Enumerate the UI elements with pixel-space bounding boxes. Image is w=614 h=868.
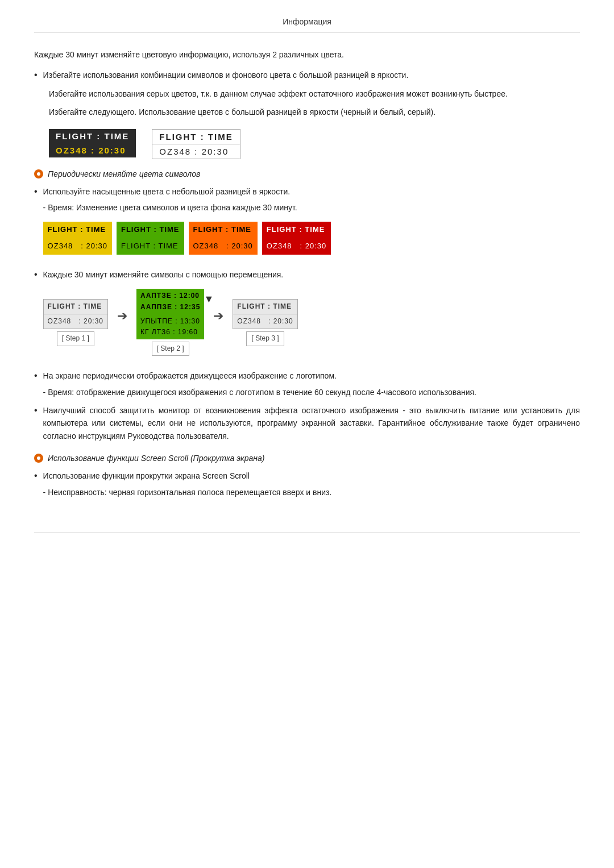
step3-box: FLIGHT : TIME OZ348 : 20:30 [ Step 3 ]: [233, 299, 297, 346]
flight-row-4-colors: FLIGHT : TIME OZ348 : 20:30 FLIGHT : TIM…: [43, 222, 580, 255]
bullet-item-4: • На экране периодически отображается дв…: [34, 369, 580, 398]
flight-box-yellow: FLIGHT : TIME OZ348 : 20:30: [43, 222, 112, 255]
flight-box-light-row2: OZ348 : 20:30: [152, 144, 240, 159]
bullet-dot-4: •: [34, 371, 38, 381]
flight-box-red: FLIGHT : TIME OZ348 : 20:30: [262, 222, 331, 255]
indent-para-1: Избегайте использования серых цветов, т.…: [49, 88, 580, 100]
step1-row2: OZ348 : 20:30: [43, 314, 108, 329]
section2-heading-text: Использование функции Screen Scroll (Про…: [48, 454, 264, 463]
bullet4-text: На экране периодически отображается движ…: [43, 371, 337, 380]
indent-para-2: Избегайте следующего. Использование цвет…: [49, 106, 580, 118]
page-header: Информация: [34, 17, 580, 32]
bullet-content-6: Использование функции прокрутки экрана S…: [43, 470, 580, 499]
flight-yellow-row1: FLIGHT : TIME: [43, 222, 112, 238]
flight-box-dark-row2: OZ348 : 20:30: [49, 143, 136, 157]
flight-orange-row1: FLIGHT : TIME: [189, 222, 258, 238]
bullet-item-6: • Использование функции прокрутки экрана…: [34, 470, 580, 499]
arrow-right-icon-2: ➔: [213, 306, 223, 326]
bullet-dot-2: •: [34, 186, 38, 197]
arrow-right-icon-1: ➔: [117, 306, 127, 326]
flight-box-light-row1: FLIGHT : TIME: [152, 129, 240, 144]
flight-box-green: FLIGHT : TIME FLIGHT : TIME: [117, 222, 184, 255]
flight-box-light-inner: FLIGHT : TIME OZ348 : 20:30: [152, 129, 240, 159]
step1-flight-inner: FLIGHT : TIME OZ348 : 20:30: [43, 299, 108, 329]
flight-demo-bad: FLIGHT : TIME OZ348 : 20:30 FLIGHT : TIM…: [49, 129, 580, 159]
section1-heading-text: Периодически меняйте цвета символов: [48, 169, 200, 178]
step1-row1: FLIGHT : TIME: [43, 299, 108, 314]
flight-green-row1: FLIGHT : TIME: [117, 222, 184, 238]
bullet-content-1: Избегайте использования комбинации симво…: [43, 69, 580, 81]
step2-flight-box: ААПТЗЕ : 12:00ААППЗЕ : 12:35 ▼ УПЫТПЕ : …: [136, 289, 204, 339]
bullet1-text: Избегайте использования комбинации симво…: [43, 70, 409, 80]
step3-row2: OZ348 : 20:30: [233, 314, 297, 329]
bullet-content-3: Каждые 30 минут изменяйте символы с помо…: [43, 268, 580, 364]
indent-block-1: Избегайте использования серых цветов, т.…: [49, 88, 580, 159]
dash3-text: - Неисправность: черная горизонтальная п…: [43, 488, 332, 497]
page: Информация Каждые 30 минут изменяйте цве…: [0, 0, 614, 567]
bullet-dot-6: •: [34, 471, 38, 481]
bullet3-text: Каждые 30 минут изменяйте символы с помо…: [43, 270, 284, 279]
dash1-block: - Время: Изменение цвета символов и цвет…: [43, 201, 580, 214]
step2-box: ААПТЗЕ : 12:00ААППЗЕ : 12:35 ▼ УПЫТПЕ : …: [136, 289, 204, 356]
orange-circle-icon-2: [34, 454, 43, 463]
steps-demo: FLIGHT : TIME OZ348 : 20:30 [ Step 1 ] ➔…: [43, 289, 580, 356]
dash2-block: - Время: отображение движущегося изображ…: [43, 386, 580, 398]
step2-row1: ААПТЗЕ : 12:00ААППЗЕ : 12:35 ▼: [136, 289, 204, 314]
step1-label: [ Step 1 ]: [57, 331, 94, 346]
paragraph-1: Каждые 30 минут изменяйте цветовую инфор…: [34, 48, 580, 61]
down-arrow-icon: ▼: [204, 291, 214, 308]
dash2-text: - Время: отображение движущегося изображ…: [43, 388, 476, 397]
bullet-content-2: Используйте насыщенные цвета с небольшой…: [43, 185, 580, 263]
step3-row1: FLIGHT : TIME: [233, 299, 297, 314]
para1-text: Каждые 30 минут изменяйте цветовую инфор…: [34, 50, 344, 59]
step2-label: [ Step 2 ]: [152, 342, 189, 356]
bullet-content-5: Наилучший способ защитить монитор от воз…: [43, 404, 580, 442]
step2-row2: УПЫТПЕ : 13:30КГ ЛТЗ6 : 19:60: [136, 314, 204, 339]
bullet-item-1: • Избегайте использования комбинации сим…: [34, 69, 580, 81]
flight-green-row2: FLIGHT : TIME: [117, 238, 184, 255]
section-heading-2: Использование функции Screen Scroll (Про…: [34, 454, 580, 463]
flight-box-orange: FLIGHT : TIME OZ348 : 20:30: [189, 222, 258, 255]
header-title: Информация: [283, 17, 331, 26]
footer-divider: [34, 533, 580, 533]
orange-circle-icon: [34, 169, 43, 178]
dash3-block: - Неисправность: черная горизонтальная п…: [43, 486, 580, 499]
step3-flight-inner: FLIGHT : TIME OZ348 : 20:30: [233, 299, 297, 329]
bullet-dot-1: •: [34, 70, 38, 80]
step2-flight-wrapper: ААПТЗЕ : 12:00ААППЗЕ : 12:35 ▼ УПЫТПЕ : …: [136, 289, 204, 339]
bullet-dot-3: •: [34, 269, 38, 280]
bullet-dot-5: •: [34, 405, 38, 416]
bullet6-text: Использование функции прокрутки экрана S…: [43, 471, 250, 480]
step3-label: [ Step 3 ]: [246, 331, 284, 346]
flight-box-dark-row1: FLIGHT : TIME: [49, 129, 136, 143]
section-heading-1: Периодически меняйте цвета символов: [34, 169, 580, 178]
flight-box-light: FLIGHT : TIME OZ348 : 20:30: [152, 129, 240, 159]
flight-red-row2: OZ348 : 20:30: [262, 238, 331, 255]
dash1-text: - Время: Изменение цвета символов и цвет…: [43, 203, 297, 212]
bullet-item-3: • Каждые 30 минут изменяйте символы с по…: [34, 268, 580, 364]
flight-box-dark-inner: FLIGHT : TIME OZ348 : 20:30: [49, 129, 136, 157]
flight-orange-row2: OZ348 : 20:30: [189, 238, 258, 255]
bullet5-text: Наилучший способ защитить монитор от воз…: [43, 406, 580, 441]
bullet-content-4: На экране периодически отображается движ…: [43, 369, 580, 398]
flight-box-dark: FLIGHT : TIME OZ348 : 20:30: [49, 129, 136, 157]
step1-box: FLIGHT : TIME OZ348 : 20:30 [ Step 1 ]: [43, 299, 108, 346]
flight-yellow-row2: OZ348 : 20:30: [43, 238, 112, 255]
flight-red-row1: FLIGHT : TIME: [262, 222, 331, 238]
bullet-item-2: • Используйте насыщенные цвета с небольш…: [34, 185, 580, 263]
bullet-item-5: • Наилучший способ защитить монитор от в…: [34, 404, 580, 442]
bullet2-text: Используйте насыщенные цвета с небольшой…: [43, 187, 291, 196]
